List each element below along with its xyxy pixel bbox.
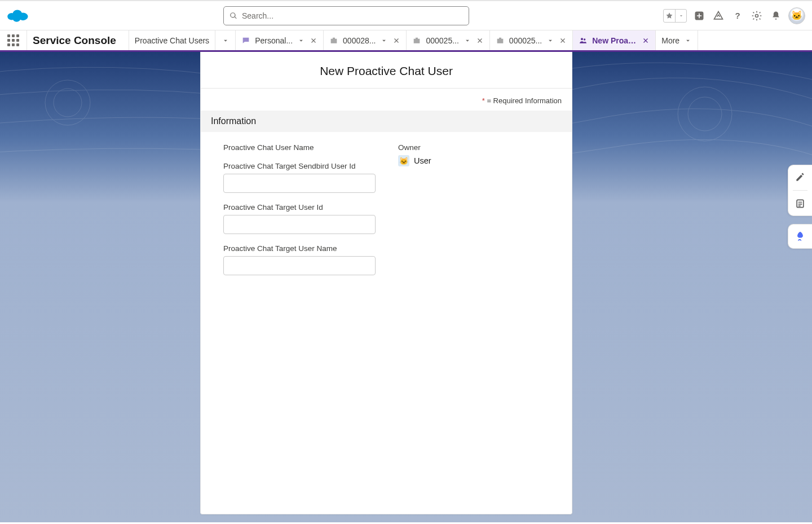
field-label: Proactive Chat Target User Id	[223, 203, 376, 212]
svg-point-9	[54, 89, 82, 117]
star-icon[interactable]	[664, 10, 675, 22]
svg-text:?: ?	[735, 11, 740, 20]
notifications-button[interactable]	[769, 9, 783, 23]
rocket-icon	[795, 231, 806, 242]
global-create-button[interactable]	[692, 9, 706, 23]
workspace-tab-bar: Service Console Proactive Chat Users Per…	[0, 30, 812, 52]
tab-case-000025-a[interactable]: 000025...	[407, 30, 489, 50]
dock-guidance-button[interactable]	[793, 229, 807, 244]
tab-label: Proactive Chat Users	[135, 36, 209, 45]
dock-edit-button[interactable]	[793, 170, 807, 184]
favorites-combo[interactable]	[663, 9, 687, 23]
plus-icon	[694, 10, 705, 21]
dock-notes-button[interactable]	[793, 196, 807, 211]
help-button[interactable]: ?	[731, 9, 744, 23]
field-sendbird-user-id: Proactive Chat Target Sendbird User Id	[223, 162, 376, 193]
form-left-column: Proactive Chat User Name Proactive Chat …	[223, 143, 376, 285]
help-icon: ?	[732, 10, 743, 21]
tab-label: Personal...	[255, 36, 293, 45]
tab-label: 000025...	[509, 36, 542, 45]
input-sendbird-user-id[interactable]	[223, 174, 376, 193]
field-label: Owner	[398, 143, 549, 152]
svg-point-8	[584, 38, 585, 40]
field-label: Proactive Chat User Name	[223, 143, 376, 152]
tab-case-000025-b[interactable]: 000025...	[490, 30, 573, 50]
section-heading-information: Information	[201, 111, 572, 132]
owner-icon: 🐱	[398, 155, 409, 166]
search-icon	[230, 12, 237, 20]
input-target-user-id[interactable]	[223, 215, 376, 234]
close-icon[interactable]	[310, 37, 317, 45]
field-target-user-name: Proactive Chat Target User Name	[223, 244, 376, 275]
chevron-down-icon[interactable]	[297, 37, 305, 45]
close-icon[interactable]	[642, 37, 650, 45]
tab-case-000028[interactable]: 000028...	[324, 30, 407, 50]
chevron-down-icon[interactable]	[675, 10, 686, 22]
chat-icon	[241, 36, 250, 45]
field-owner: Owner 🐱 User	[398, 143, 549, 166]
dock-card-tools	[788, 165, 812, 216]
chevron-down-icon[interactable]	[546, 37, 554, 45]
svg-point-3	[13, 15, 21, 21]
trailhead-button[interactable]	[712, 9, 725, 23]
tab-personal[interactable]: Personal...	[236, 30, 324, 50]
svg-point-11	[688, 97, 722, 131]
setup-button[interactable]	[750, 9, 764, 23]
header-actions: ? 🐱	[663, 7, 805, 24]
panel-title: New Proactive Chat User	[201, 52, 572, 89]
tab-new-proactive-chat-user[interactable]: New Proacti...	[573, 30, 656, 50]
close-icon[interactable]	[392, 37, 400, 45]
close-icon[interactable]	[559, 37, 567, 45]
edit-icon	[795, 171, 806, 183]
people-icon	[579, 36, 588, 45]
close-icon[interactable]	[476, 37, 484, 45]
field-label: Proactive Chat Target Sendbird User Id	[223, 162, 376, 170]
tab-more[interactable]: More	[656, 30, 698, 50]
note-icon	[795, 198, 806, 209]
dock-card-guidance	[788, 224, 812, 249]
svg-point-10	[45, 80, 90, 125]
chevron-down-icon	[222, 37, 230, 45]
work-area: New Proactive Chat User * = Required Inf…	[0, 52, 812, 522]
owner-value: User	[414, 156, 431, 165]
field-target-user-id: Proactive Chat Target User Id	[223, 203, 376, 234]
trailhead-icon	[713, 10, 724, 21]
field-label: Proactive Chat Target User Name	[223, 244, 376, 253]
field-proactive-chat-user-name: Proactive Chat User Name	[223, 143, 376, 152]
utility-dock	[788, 165, 812, 249]
chevron-down-icon	[684, 37, 692, 45]
search-placeholder: Search...	[242, 11, 273, 20]
user-avatar[interactable]: 🐱	[788, 7, 805, 24]
tab-more-label: More	[661, 36, 679, 45]
briefcase-icon	[412, 36, 421, 45]
global-search[interactable]: Search...	[223, 6, 469, 25]
waffle-icon	[7, 34, 19, 46]
input-target-user-name[interactable]	[223, 256, 376, 275]
tab-proactive-chat-users[interactable]: Proactive Chat Users	[129, 30, 215, 50]
tab-label: 000025...	[426, 36, 458, 45]
app-launcher[interactable]	[0, 30, 27, 50]
owner-value-row: 🐱 User	[398, 155, 549, 166]
form-grid: Proactive Chat User Name Proactive Chat …	[201, 132, 572, 297]
form-right-column: Owner 🐱 User	[398, 143, 549, 285]
global-header: Search... ? 🐱	[0, 0, 812, 30]
tab-label: 000028...	[343, 36, 376, 45]
svg-point-6	[756, 14, 758, 17]
svg-point-7	[581, 38, 583, 40]
svg-point-12	[678, 87, 732, 141]
chevron-down-icon[interactable]	[380, 37, 388, 45]
briefcase-icon	[329, 36, 338, 45]
tab-label: New Proacti...	[592, 36, 637, 45]
tab-proactive-chat-users-menu[interactable]	[215, 30, 236, 50]
chevron-down-icon[interactable]	[464, 37, 471, 45]
salesforce-logo[interactable]	[7, 8, 29, 24]
gear-icon	[751, 10, 762, 21]
required-info-note: * = Required Information	[201, 89, 572, 111]
briefcase-icon	[496, 36, 505, 45]
new-record-panel: New Proactive Chat User * = Required Inf…	[200, 52, 572, 514]
app-name: Service Console	[27, 30, 129, 50]
bell-icon	[770, 10, 782, 21]
